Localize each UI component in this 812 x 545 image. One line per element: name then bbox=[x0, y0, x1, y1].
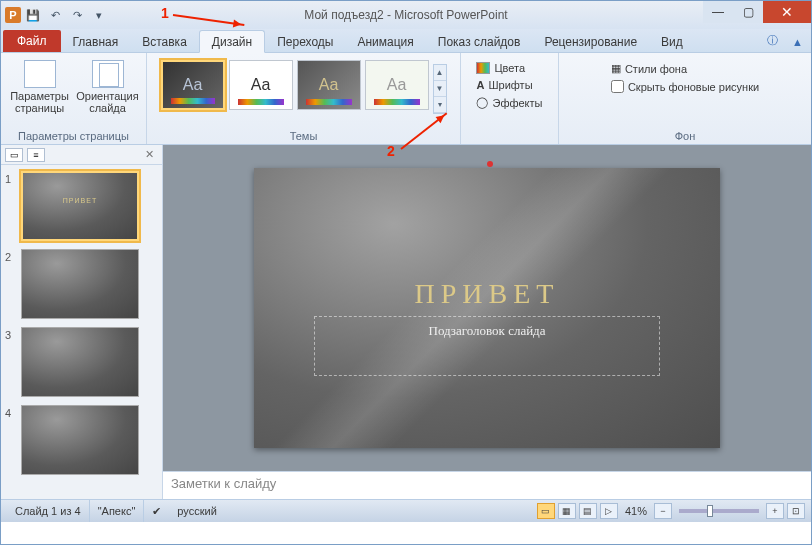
window-title: Мой подъезд2 - Microsoft PowerPoint bbox=[304, 8, 507, 22]
annotation-dot bbox=[487, 161, 493, 167]
view-normal-button[interactable]: ▭ bbox=[537, 503, 555, 519]
scroll-down-icon[interactable]: ▼ bbox=[434, 81, 446, 97]
theme-gallery-scroll[interactable]: ▲▼▾ bbox=[433, 64, 447, 114]
thumb-number: 3 bbox=[5, 327, 17, 341]
colors-dropdown[interactable]: Цвета bbox=[474, 60, 544, 76]
tab-review[interactable]: Рецензирование bbox=[532, 31, 649, 52]
help-icon[interactable]: ⓘ bbox=[761, 29, 784, 52]
slide-title[interactable]: ПРИВЕТ bbox=[254, 278, 720, 310]
notes-pane[interactable]: Заметки к слайду bbox=[163, 471, 811, 499]
slide-area: ПРИВЕТ Подзаголовок слайда Заметки к сла… bbox=[163, 145, 811, 499]
group-page-setup-label: Параметры страницы bbox=[1, 130, 146, 142]
tab-view[interactable]: Вид bbox=[649, 31, 695, 52]
thumbnail-row[interactable]: 1 ПРИВЕТ bbox=[5, 171, 158, 241]
thumbnail-list: 1 ПРИВЕТ 2 3 4 bbox=[1, 165, 162, 499]
page-setup-button[interactable]: Параметры страницы bbox=[8, 56, 72, 114]
group-page-setup: Параметры страницы Ориентация слайда Пар… bbox=[1, 53, 147, 144]
slide-thumbnail-2[interactable] bbox=[21, 249, 139, 319]
view-sorter-button[interactable]: ▦ bbox=[558, 503, 576, 519]
qat-redo-button[interactable]: ↷ bbox=[67, 5, 87, 25]
zoom-percent[interactable]: 41% bbox=[621, 505, 651, 517]
slide-thumbnail-3[interactable] bbox=[21, 327, 139, 397]
zoom-out-button[interactable]: − bbox=[654, 503, 672, 519]
tab-file[interactable]: Файл bbox=[3, 30, 61, 52]
tab-insert[interactable]: Вставка bbox=[130, 31, 199, 52]
close-button[interactable]: ✕ bbox=[763, 1, 811, 23]
page-setup-icon bbox=[24, 60, 56, 88]
tab-slideshow[interactable]: Показ слайдов bbox=[426, 31, 533, 52]
colors-icon bbox=[476, 62, 490, 74]
title-bar: P 💾 ↶ ↷ ▾ Мой подъезд2 - Microsoft Power… bbox=[1, 1, 811, 29]
effects-icon: ◯ bbox=[476, 96, 488, 109]
status-slide-number[interactable]: Слайд 1 из 4 bbox=[7, 500, 90, 522]
fonts-dropdown[interactable]: AШрифты bbox=[474, 77, 544, 93]
group-background: ▦Стили фона Скрыть фоновые рисунки Фон bbox=[559, 53, 811, 144]
swatch-icon bbox=[374, 99, 420, 105]
ribbon-body: Параметры страницы Ориентация слайда Пар… bbox=[1, 53, 811, 145]
group-theme-variants: Цвета AШрифты ◯Эффекты bbox=[461, 53, 559, 144]
outline-tab-icon[interactable]: ≡ bbox=[27, 148, 45, 162]
thumb-number: 4 bbox=[5, 405, 17, 419]
slide-thumbnail-1[interactable]: ПРИВЕТ bbox=[21, 171, 139, 241]
tab-design[interactable]: Дизайн bbox=[199, 30, 265, 53]
slide-thumbnail-4[interactable] bbox=[21, 405, 139, 475]
group-background-label: Фон bbox=[559, 130, 811, 142]
hide-bg-input[interactable] bbox=[611, 80, 624, 93]
zoom-thumb[interactable] bbox=[707, 505, 713, 517]
window-controls: — ▢ ✕ bbox=[703, 1, 811, 23]
slide-stage[interactable]: ПРИВЕТ Подзаголовок слайда bbox=[163, 145, 811, 471]
view-slideshow-button[interactable]: ▷ bbox=[600, 503, 618, 519]
slide-canvas[interactable]: ПРИВЕТ Подзаголовок слайда bbox=[254, 168, 720, 448]
orientation-button[interactable]: Ориентация слайда bbox=[76, 56, 140, 114]
status-bar: Слайд 1 из 4 "Апекс" ✔ русский ▭ ▦ ▤ ▷ 4… bbox=[1, 499, 811, 522]
theme-thumb-2[interactable]: Aa bbox=[229, 60, 293, 110]
fonts-icon: A bbox=[476, 79, 484, 91]
slide-subtitle-placeholder[interactable]: Подзаголовок слайда bbox=[314, 316, 660, 376]
thumbnail-row[interactable]: 4 bbox=[5, 405, 158, 475]
hide-bg-checkbox[interactable]: Скрыть фоновые рисунки bbox=[609, 78, 761, 95]
minimize-ribbon-icon[interactable]: ▲ bbox=[784, 32, 811, 52]
orientation-label: Ориентация слайда bbox=[76, 90, 140, 114]
theme-thumb-1[interactable]: Aa bbox=[161, 60, 225, 110]
status-language[interactable]: русский bbox=[169, 500, 224, 522]
view-reading-button[interactable]: ▤ bbox=[579, 503, 597, 519]
thumb-number: 1 bbox=[5, 171, 17, 185]
main-area: ▭ ≡ ✕ 1 ПРИВЕТ 2 3 4 bbox=[1, 145, 811, 499]
scroll-up-icon[interactable]: ▲ bbox=[434, 65, 446, 81]
maximize-button[interactable]: ▢ bbox=[733, 1, 763, 23]
swatch-icon bbox=[238, 99, 284, 105]
tab-home[interactable]: Главная bbox=[61, 31, 131, 52]
background-styles-dropdown[interactable]: ▦Стили фона bbox=[609, 60, 761, 77]
document-name: Мой подъезд2 bbox=[304, 8, 383, 22]
app-icon: P bbox=[5, 7, 21, 23]
tab-animations[interactable]: Анимация bbox=[345, 31, 425, 52]
minimize-button[interactable]: — bbox=[703, 1, 733, 23]
tab-transitions[interactable]: Переходы bbox=[265, 31, 345, 52]
effects-dropdown[interactable]: ◯Эффекты bbox=[474, 94, 544, 111]
zoom-slider[interactable] bbox=[679, 509, 759, 513]
qat-customize-button[interactable]: ▾ bbox=[89, 5, 109, 25]
slide-subtitle-text: Подзаголовок слайда bbox=[315, 317, 659, 339]
swatch-icon bbox=[171, 98, 215, 104]
status-theme[interactable]: "Апекс" bbox=[90, 500, 145, 522]
thumb-number: 2 bbox=[5, 249, 17, 263]
theme-thumb-4[interactable]: Aa bbox=[365, 60, 429, 110]
orientation-icon bbox=[92, 60, 124, 88]
qat-undo-button[interactable]: ↶ bbox=[45, 5, 65, 25]
theme-thumb-3[interactable]: Aa bbox=[297, 60, 361, 110]
zoom-in-button[interactable]: + bbox=[766, 503, 784, 519]
status-spellcheck-icon[interactable]: ✔ bbox=[144, 500, 169, 522]
close-panel-icon[interactable]: ✕ bbox=[141, 148, 158, 161]
page-setup-label: Параметры страницы bbox=[8, 90, 72, 114]
quick-access-toolbar: P 💾 ↶ ↷ ▾ bbox=[1, 5, 109, 25]
group-themes: Aa Aa Aa Aa ▲▼▾ Темы bbox=[147, 53, 461, 144]
thumbnail-row[interactable]: 2 bbox=[5, 249, 158, 319]
slides-tab-icon[interactable]: ▭ bbox=[5, 148, 23, 162]
ribbon-tabs: Файл Главная Вставка Дизайн Переходы Ани… bbox=[1, 29, 811, 53]
thumbnail-row[interactable]: 3 bbox=[5, 327, 158, 397]
fit-window-button[interactable]: ⊡ bbox=[787, 503, 805, 519]
qat-save-button[interactable]: 💾 bbox=[23, 5, 43, 25]
swatch-icon bbox=[306, 99, 352, 105]
app-name: Microsoft PowerPoint bbox=[394, 8, 507, 22]
thumbnail-panel-tabs: ▭ ≡ ✕ bbox=[1, 145, 162, 165]
